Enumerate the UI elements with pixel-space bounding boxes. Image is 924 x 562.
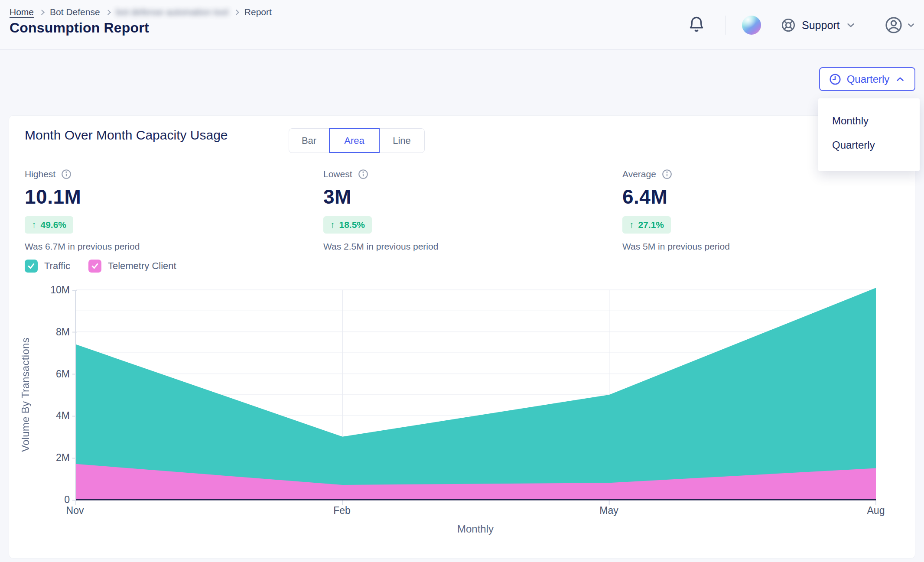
period-selected-label: Quarterly — [847, 73, 890, 85]
change-badge: ↑27.1% — [622, 216, 671, 234]
x-tick-label: May — [599, 505, 618, 517]
chart-type-toggle: Bar Area Line — [289, 128, 425, 153]
header-divider — [725, 16, 726, 35]
assistant-avatar[interactable] — [742, 16, 761, 35]
y-tick-label: 2M — [56, 452, 70, 464]
notifications-button[interactable] — [687, 16, 706, 34]
check-icon — [27, 262, 36, 270]
chart-type-line[interactable]: Line — [379, 129, 424, 153]
stat-label: Average — [622, 169, 656, 179]
chevron-right-icon — [39, 10, 45, 15]
stat-value: 3M — [323, 185, 438, 208]
chart-title: Month Over Month Capacity Usage — [25, 128, 228, 143]
x-tick-label: Nov — [66, 505, 84, 517]
y-tick-label: 10M — [50, 284, 70, 296]
area-series-traffic — [76, 288, 876, 500]
chevron-down-icon — [845, 19, 856, 31]
support-menu-button[interactable]: Support — [780, 13, 856, 37]
bell-icon — [687, 16, 706, 34]
y-axis-tick-labels: 02M4M6M8M10M — [9, 290, 70, 500]
arrow-up-icon: ↑ — [629, 220, 634, 230]
x-tick-label: Feb — [333, 505, 351, 517]
breadcrumb-home[interactable]: Home — [10, 7, 34, 17]
legend-label: Traffic — [44, 260, 70, 272]
chevron-right-icon — [234, 10, 239, 15]
change-value: 27.1% — [638, 220, 664, 230]
stat-lowest: Lowest 3M ↑18.5% Was 2.5M in previous pe… — [323, 169, 438, 252]
breadcrumb-bot-defense[interactable]: Bot Defense — [50, 7, 100, 17]
chart-type-area[interactable]: Area — [329, 129, 379, 153]
legend-item-telemetry-client[interactable]: Telemetry Client — [88, 260, 176, 273]
legend-label: Telemetry Client — [108, 260, 176, 272]
account-menu-button[interactable] — [884, 14, 916, 36]
legend-item-traffic[interactable]: Traffic — [25, 260, 70, 273]
chevron-up-icon — [895, 74, 906, 85]
change-value: 18.5% — [339, 220, 365, 230]
capacity-usage-card: Month Over Month Capacity Usage Bar Area… — [9, 115, 915, 559]
stat-highest: Highest 10.1M ↑49.6% Was 6.7M in previou… — [25, 169, 140, 252]
breadcrumb: Home Bot Defense bot defense automation … — [10, 7, 272, 17]
change-badge: ↑49.6% — [25, 216, 73, 234]
info-icon[interactable] — [358, 169, 369, 180]
life-ring-icon — [780, 17, 797, 33]
page-title: Consumption Report — [10, 20, 149, 36]
change-badge: ↑18.5% — [323, 216, 372, 234]
x-axis-tick-labels: NovFebMayAug — [75, 505, 876, 518]
y-tick-label: 6M — [56, 368, 70, 380]
x-tick-label: Aug — [867, 505, 885, 517]
stat-note: Was 5M in previous period — [622, 241, 730, 252]
stat-note: Was 6.7M in previous period — [25, 241, 140, 252]
period-option-quarterly[interactable]: Quarterly — [818, 133, 920, 157]
breadcrumb-report: Report — [244, 7, 272, 17]
clock-icon — [829, 73, 842, 86]
breadcrumb-redacted-item[interactable]: bot defense automation tool — [116, 7, 228, 17]
top-header: Home Bot Defense bot defense automation … — [0, 0, 924, 50]
arrow-up-icon: ↑ — [330, 220, 335, 230]
y-tick-label: 0 — [64, 494, 70, 506]
y-tick-label: 4M — [56, 410, 70, 422]
plot-svg — [76, 290, 876, 500]
checkbox-checked[interactable] — [25, 260, 38, 273]
info-icon[interactable] — [61, 169, 72, 180]
area-chart-plot[interactable] — [75, 290, 876, 500]
period-dropdown-menu: Monthly Quarterly — [818, 98, 920, 171]
check-icon — [91, 262, 99, 270]
change-value: 49.6% — [41, 220, 67, 230]
info-icon[interactable] — [661, 169, 673, 180]
stat-value: 6.4M — [622, 185, 730, 208]
stat-label: Lowest — [323, 169, 352, 179]
stat-note: Was 2.5M in previous period — [323, 241, 438, 252]
stat-value: 10.1M — [25, 185, 140, 208]
support-label: Support — [802, 19, 840, 32]
stat-average: Average 6.4M ↑27.1% Was 5M in previous p… — [622, 169, 730, 252]
checkbox-checked[interactable] — [88, 260, 101, 273]
user-icon — [884, 16, 903, 35]
period-option-monthly[interactable]: Monthly — [818, 109, 920, 133]
period-selector-button[interactable]: Quarterly — [819, 67, 915, 91]
series-legend: Traffic Telemetry Client — [25, 260, 176, 273]
arrow-up-icon: ↑ — [32, 220, 36, 230]
chevron-right-icon — [105, 10, 111, 15]
chevron-down-icon — [906, 20, 916, 30]
stat-label: Highest — [25, 169, 55, 179]
x-axis-title: Monthly — [75, 523, 876, 535]
chart-type-bar[interactable]: Bar — [289, 129, 329, 153]
y-tick-label: 8M — [56, 326, 70, 338]
